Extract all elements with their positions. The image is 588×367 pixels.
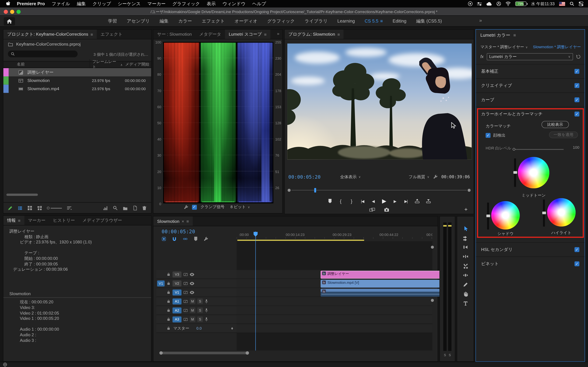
- track-lock-icon[interactable]: [166, 308, 171, 312]
- track-target-badge-V1[interactable]: V1: [173, 289, 182, 295]
- tab-info[interactable]: 情報: [3, 216, 24, 225]
- new-bin-button[interactable]: [123, 206, 128, 210]
- search-input[interactable]: [8, 50, 78, 57]
- section-enable-checkbox[interactable]: [575, 97, 579, 102]
- mute-button[interactable]: M: [190, 299, 195, 304]
- sync-lock-icon[interactable]: [183, 317, 188, 321]
- tab-markers[interactable]: マーカー: [24, 216, 49, 225]
- section-color-wheels-match[interactable]: カラーホイールとカラーマッチ: [476, 107, 585, 121]
- zoom-slider[interactable]: [47, 207, 62, 209]
- panel-menu-icon[interactable]: [337, 32, 340, 36]
- spotlight-search-icon[interactable]: [570, 1, 574, 6]
- timeline-track-area[interactable]: fx調整レイヤー fxSlowmotion.mp4 [V] fx: [237, 241, 432, 350]
- panel-overflow-icon[interactable]: [277, 32, 279, 36]
- project-horizontal-scrollbar[interactable]: [6, 194, 38, 196]
- section-creative[interactable]: クリエイティブ: [476, 78, 585, 92]
- comparison-view-button[interactable]: 比較表示: [541, 121, 569, 128]
- menu-ウィンドウ[interactable]: ウィンドウ: [219, 0, 249, 7]
- section-enable-checkbox[interactable]: [575, 83, 579, 88]
- program-current-timecode[interactable]: 00:00:05:20: [288, 174, 320, 179]
- voiceover-mic-icon[interactable]: [205, 308, 208, 313]
- section-enable-checkbox[interactable]: [575, 69, 579, 74]
- workspace-tab-ライブラリ[interactable]: ライブラリ: [304, 18, 328, 24]
- play-button[interactable]: [382, 198, 387, 204]
- slip-tool[interactable]: [460, 271, 470, 280]
- workspace-tab-アセンブリ[interactable]: アセンブリ: [127, 18, 150, 24]
- item-color-chip[interactable]: [3, 84, 9, 93]
- zoom-handle-left[interactable]: [288, 189, 291, 192]
- master-clip-selector[interactable]: マスター * 調整レイヤー∨: [480, 45, 528, 50]
- timeline-ruler[interactable]: :00:0000:00:14:2300:00:29:2300:00:44:220…: [237, 231, 432, 239]
- hdr-white-slider[interactable]: [513, 148, 563, 150]
- sync-lock-icon[interactable]: [183, 291, 188, 294]
- add-marker-icon[interactable]: [194, 237, 198, 241]
- section-enable-checkbox[interactable]: [575, 112, 579, 117]
- track-lock-icon[interactable]: [166, 281, 171, 285]
- section-hsl-secondary[interactable]: HSL セカンダリ: [476, 242, 585, 256]
- track-lock-icon[interactable]: [166, 317, 171, 321]
- automate-to-sequence-button[interactable]: [103, 206, 108, 210]
- track-output-eye-icon[interactable]: [190, 272, 194, 276]
- playback-quality-dropdown[interactable]: フル画質∨: [409, 174, 429, 179]
- face-detect-checkbox[interactable]: [486, 133, 491, 138]
- tab-source[interactable]: サー : Slowmotion: [153, 30, 196, 39]
- hand-tool[interactable]: [460, 289, 470, 299]
- section-enable-checkbox[interactable]: [575, 247, 579, 252]
- track-header-A2[interactable]: A2MS: [156, 306, 237, 315]
- panel-menu-icon[interactable]: [264, 32, 267, 36]
- workspace-tab-Editing[interactable]: Editing: [393, 18, 406, 24]
- input-source-flag-icon[interactable]: [559, 2, 565, 6]
- track-lock-icon[interactable]: [166, 299, 171, 303]
- shadows-luma-slider[interactable]: [487, 202, 489, 229]
- tab-effects[interactable]: エフェクト: [97, 30, 126, 39]
- highlights-color-wheel[interactable]: [547, 198, 576, 227]
- go-to-in-button[interactable]: [360, 199, 365, 203]
- new-item-button[interactable]: [133, 206, 137, 210]
- bit-depth-dropdown[interactable]: 8 ビット∨: [228, 204, 252, 211]
- mark-in-button[interactable]: [338, 198, 343, 204]
- tab-media-browser[interactable]: メディアブラウザー: [79, 216, 126, 225]
- voiceover-mic-icon[interactable]: [205, 317, 208, 322]
- nest-insert-toggle-icon[interactable]: [162, 237, 166, 241]
- close-sequence-icon[interactable]: ×: [182, 219, 184, 224]
- clamp-signal-checkbox[interactable]: [192, 205, 197, 209]
- timeline-current-timecode[interactable]: 00:00:05:20: [162, 229, 195, 234]
- track-select-forward-tool[interactable]: [460, 233, 470, 243]
- track-output-eye-icon[interactable]: [190, 281, 194, 285]
- fit-dropdown[interactable]: 全体表示∨: [340, 174, 361, 179]
- workspace-tab-エフェクト[interactable]: エフェクト: [202, 18, 225, 24]
- tab-program[interactable]: プログラム: Slowmotion: [285, 30, 344, 39]
- tab-project[interactable]: プロジェクト: Keyframe-ColorCorrections: [3, 30, 97, 39]
- ripple-edit-tool[interactable]: [460, 243, 470, 252]
- track-header-V2[interactable]: V1V2: [156, 279, 237, 288]
- track-header-V1[interactable]: V1: [156, 288, 237, 297]
- project-writable-icon[interactable]: [8, 206, 13, 210]
- track-target-badge-V2[interactable]: V2: [173, 280, 182, 286]
- timeline-vertical-scroll-handle[interactable]: [431, 246, 434, 249]
- track-target-badge-A2[interactable]: A2: [173, 307, 182, 313]
- tab-sequence-slowmotion[interactable]: Slowmotion×: [153, 217, 193, 226]
- panel-menu-icon[interactable]: [90, 32, 93, 36]
- menu-表示[interactable]: 表示: [203, 0, 219, 7]
- linked-selection-toggle-icon[interactable]: [183, 237, 188, 241]
- panel-menu-icon[interactable]: [513, 33, 516, 38]
- mute-button[interactable]: M: [190, 307, 195, 313]
- wifi-icon[interactable]: [506, 1, 511, 6]
- sync-lock-icon[interactable]: [183, 299, 188, 303]
- project-item-row[interactable]: Slowmotion23.976 fps00:00:00:00: [3, 76, 151, 84]
- creative-cloud-icon[interactable]: [486, 2, 492, 6]
- program-settings-wrench-icon[interactable]: [433, 175, 438, 179]
- extract-button[interactable]: [426, 199, 431, 203]
- project-column-headers[interactable]: 名前 フレームレート メディア開始: [3, 61, 151, 68]
- section-curves[interactable]: カーブ: [476, 92, 585, 107]
- midtones-luma-slider[interactable]: [514, 158, 516, 187]
- screen-recording-indicator-icon[interactable]: [468, 1, 473, 6]
- menu-ファイル[interactable]: ファイル: [48, 0, 73, 7]
- menubar-clock[interactable]: 水 午前11:33: [531, 1, 555, 7]
- workspace-menu-icon[interactable]: [380, 18, 383, 24]
- column-name[interactable]: 名前: [3, 62, 90, 67]
- zoom-handle-right[interactable]: [467, 189, 471, 192]
- program-playhead[interactable]: [314, 188, 316, 192]
- clip-slowmotion-audio[interactable]: fx: [320, 289, 447, 297]
- find-button[interactable]: [113, 206, 118, 210]
